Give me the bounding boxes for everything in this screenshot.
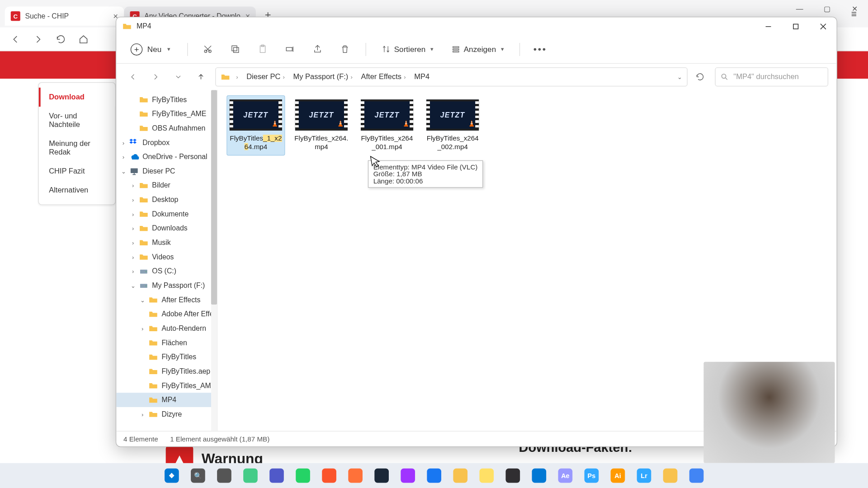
taskbar-firefox-icon[interactable] [344,465,366,486]
expand-icon[interactable]: › [129,268,137,275]
sort-button[interactable]: Sortieren ▾ [377,42,438,56]
browser-menu-button[interactable]: ≡ [845,6,862,23]
rename-button[interactable] [281,40,300,59]
sidebar-item-download[interactable]: Download [39,88,115,107]
expand-icon[interactable]: ⌄ [129,282,137,289]
taskbar-whatsapp-icon[interactable] [292,465,313,486]
forward-button[interactable] [30,31,47,47]
expand-icon[interactable]: ⌄ [139,296,146,303]
taskbar-brave-icon[interactable] [318,465,340,486]
tree-item[interactable]: ›Downloads [116,221,217,235]
up-button[interactable] [193,69,209,85]
crumb-drive[interactable]: My Passport (F:)› [291,71,355,82]
taskbar-photoshop-icon[interactable]: Ps [581,465,602,486]
minimize-button[interactable] [755,17,782,35]
cut-button[interactable] [198,40,217,59]
browser-tab-0[interactable]: C Suche - CHIP × [5,7,124,26]
crumb-this-pc[interactable]: Dieser PC› [244,71,287,82]
home-button[interactable] [75,31,92,47]
copy-button[interactable] [226,40,245,59]
taskbar-obs-icon[interactable] [502,465,524,486]
recent-button[interactable] [170,69,187,85]
new-button[interactable]: + Neu ▾ [125,41,177,57]
paste-button[interactable] [253,40,272,59]
tree-item[interactable]: Flächen [116,336,217,350]
taskbar-files-icon[interactable] [660,465,681,486]
taskbar-stickynotes-icon[interactable] [476,465,497,486]
taskbar-facebook-icon[interactable] [423,465,444,486]
taskbar-lightroom-icon[interactable]: Lr [633,465,655,486]
tree-item[interactable]: FlyByTitles.aep Pro [116,364,217,379]
tree-item[interactable]: ›Bilder [116,178,217,192]
reload-button[interactable] [52,31,69,47]
taskbar-widgets-icon[interactable] [240,465,261,486]
expand-icon[interactable]: › [120,139,127,146]
navigation-pane[interactable]: FlyByTitlesFlyByTitles_AMEOBS Aufnahmen›… [116,90,217,431]
crumb-ae[interactable]: After Effects› [359,71,408,82]
scrollbar-thumb[interactable] [211,90,217,305]
tree-item[interactable]: ⌄After Effects [116,293,217,307]
expand-icon[interactable]: › [139,411,146,418]
chevron-down-icon[interactable]: ⌄ [677,74,682,80]
maximize-button[interactable]: ▢ [813,0,841,18]
sidebar-item-fazit[interactable]: CHIP Fazit [39,161,115,180]
tree-item[interactable]: MP4 [116,393,217,407]
view-button[interactable]: Anzeigen ▾ [446,42,508,56]
taskbar-aftereffects-icon[interactable]: Ae [555,465,576,486]
expand-icon[interactable]: ⌄ [120,168,127,174]
sidebar-item-opinion[interactable]: Meinung der Redak [39,134,115,162]
taskbar-start-icon[interactable]: ❖ [161,465,182,486]
tree-item[interactable]: ⌄Dieser PC [116,164,217,178]
taskbar-messenger-icon[interactable] [397,465,418,486]
search-input[interactable]: "MP4" durchsuchen [715,67,828,86]
taskbar-search-icon[interactable]: 🔍 [187,465,208,486]
back-button[interactable] [125,69,142,85]
share-button[interactable] [308,40,327,59]
taskbar-vscode-icon[interactable] [528,465,550,486]
file-item[interactable]: JETZTFlyByTitles_x264_002.mp4 [424,96,481,155]
taskbar-illustrator-icon[interactable]: Ai [607,465,628,486]
sidebar-item-alternatives[interactable]: Alternativen [39,181,115,200]
expand-icon[interactable]: › [129,253,137,260]
minimize-button[interactable]: — [786,0,813,18]
tree-item[interactable]: OBS Aufnahmen [116,121,217,136]
file-item[interactable]: JETZTFlyByTitles_1_x264.mp4 [227,96,285,155]
expand-icon[interactable]: › [129,197,137,203]
delete-button[interactable] [335,40,354,59]
crumb-mp4[interactable]: MP4 [412,71,432,82]
expand-icon[interactable]: › [129,211,137,217]
taskbar-explorer-icon[interactable] [450,465,471,486]
expand-icon[interactable]: › [139,325,146,332]
refresh-button[interactable] [691,68,709,86]
tree-item[interactable]: ›Dropbox [116,135,217,150]
tree-item[interactable]: ›Dokumente [116,207,217,221]
tree-item[interactable]: ›Musik [116,235,217,250]
maximize-button[interactable] [782,17,809,35]
taskbar-steam-icon[interactable] [371,465,392,486]
tree-item[interactable]: ›Videos [116,250,217,264]
tree-item[interactable]: Adobe After Effec [116,307,217,321]
expand-icon[interactable]: › [129,225,137,232]
expand-icon[interactable]: › [120,154,127,160]
forward-button[interactable] [147,69,164,85]
tree-item[interactable]: FlyByTitles [116,350,217,364]
tree-item[interactable]: ›Desktop [116,192,217,207]
taskbar-earth-icon[interactable] [686,465,707,486]
file-item[interactable]: JETZTFlyByTitles_x264.mp4 [293,96,350,155]
tree-item[interactable]: ›OneDrive - Personal [116,150,217,164]
tree-item[interactable]: ›Dizyre [116,407,217,422]
scrollbar[interactable] [211,90,217,431]
expand-icon[interactable]: › [129,239,137,246]
back-button[interactable] [7,31,24,47]
taskbar[interactable]: ❖🔍AePsAiLr [0,463,868,488]
breadcrumb-bar[interactable]: › Dieser PC› My Passport (F:)› After Eff… [215,67,688,86]
tree-item[interactable]: FlyByTitles [116,92,217,107]
tree-item[interactable]: FlyByTitles_AME [116,107,217,121]
sidebar-item-pros-cons[interactable]: Vor- und Nachteile [39,107,115,134]
tree-item[interactable]: ›Auto-Rendern [116,321,217,336]
window-titlebar[interactable]: MP4 [116,17,836,35]
file-item[interactable]: JETZTFlyByTitles_x264_001.mp4 [359,96,416,155]
tree-item[interactable]: FlyByTitles_AME [116,379,217,393]
taskbar-taskview-icon[interactable] [213,465,235,486]
more-button[interactable]: ••• [531,40,550,59]
